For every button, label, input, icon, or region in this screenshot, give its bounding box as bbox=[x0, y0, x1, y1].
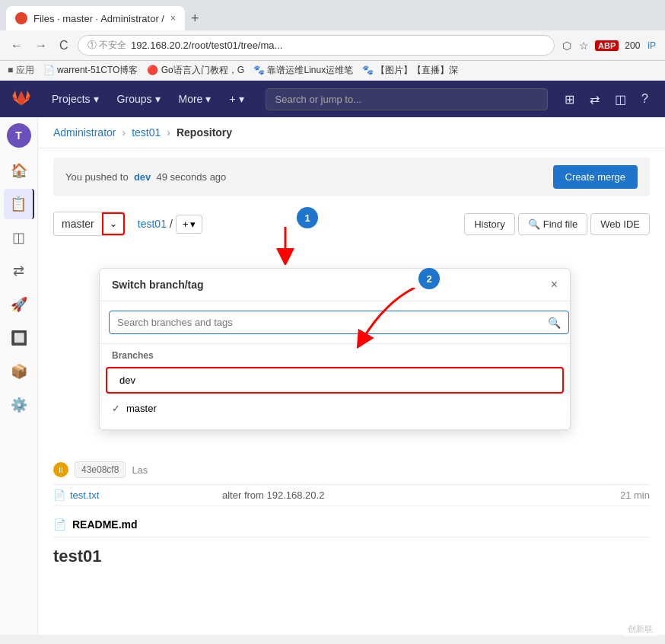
nav-issues-icon[interactable]: ◫ bbox=[610, 88, 631, 111]
search-input[interactable] bbox=[266, 88, 549, 110]
bookmark-photo[interactable]: 🐾 【图片】【直播】深 bbox=[362, 64, 458, 77]
bookmark-linux[interactable]: 🐾 靠谱运维Linux运维笔 bbox=[253, 64, 353, 77]
readme-title: test01 bbox=[53, 547, 650, 566]
user-avatar[interactable]: T bbox=[7, 123, 31, 148]
forward-button[interactable]: → bbox=[32, 36, 50, 56]
nav-help-icon[interactable]: ? bbox=[637, 88, 653, 110]
sidebar-item-repo[interactable]: 📋 bbox=[4, 189, 34, 219]
nav-icon-group: ⊞ ⇄ ◫ ? bbox=[560, 88, 653, 111]
add-file-button[interactable]: + ▾ bbox=[176, 215, 202, 234]
repo-path: test01 / + ▾ bbox=[132, 215, 202, 234]
toolbar-actions: History 🔍 Find file Web IDE bbox=[464, 213, 650, 235]
web-ide-button[interactable]: Web IDE bbox=[590, 213, 650, 235]
nav-groups[interactable]: Groups ▾ bbox=[108, 87, 170, 111]
ext-200[interactable]: 200 bbox=[623, 39, 641, 53]
branch-item-dev[interactable]: dev bbox=[107, 368, 562, 392]
annotation-badge-1: 1 bbox=[297, 207, 318, 228]
abp-ext[interactable]: ABP bbox=[595, 40, 619, 51]
search-icon: 🔍 bbox=[548, 317, 561, 329]
branch-dropdown-panel: Switch branch/tag × 🔍 Branches dev ✓ bbox=[99, 268, 571, 430]
readme-section: 📄 README.md test01 bbox=[38, 506, 665, 579]
sidebar-item-merge[interactable]: ⇄ bbox=[4, 256, 34, 286]
push-notification: You pushed to dev 49 seconds ago Create … bbox=[53, 158, 650, 196]
browser-toolbar: ← → C ① 不安全 192.168.20.2/root/test01/tre… bbox=[0, 30, 665, 61]
new-tab-button[interactable]: + bbox=[185, 8, 205, 30]
browser-tabs: Files · master · Administrator / × + bbox=[0, 0, 665, 30]
repo-path-link[interactable]: test01 bbox=[138, 218, 167, 230]
breadcrumb-repo[interactable]: test01 bbox=[132, 126, 161, 139]
nav-more[interactable]: More ▾ bbox=[170, 87, 221, 111]
nav-merge-icon[interactable]: ⇄ bbox=[585, 88, 604, 111]
readme-header: 📄 README.md bbox=[53, 518, 650, 537]
breadcrumb-current: Repository bbox=[177, 126, 232, 139]
branch-item-dev-highlighted[interactable]: dev bbox=[106, 367, 564, 394]
branch-item-master[interactable]: ✓ master bbox=[100, 397, 570, 420]
bookmarks-label: ■ 应用 bbox=[8, 64, 34, 77]
dev-branch-name: dev bbox=[119, 375, 135, 386]
url-text: 192.168.20.2/root/test01/tree/ma... bbox=[131, 40, 545, 51]
address-bar[interactable]: ① 不安全 192.168.20.2/root/test01/tree/ma..… bbox=[78, 35, 555, 56]
annotation-2: 2 bbox=[418, 268, 440, 289]
gitlab-navbar: Projects ▾ Groups ▾ More ▾ + ▾ ⊞ ⇄ ◫ ? bbox=[0, 81, 665, 117]
nav-grid-icon[interactable]: ⊞ bbox=[560, 88, 579, 111]
commit-hash-badge[interactable]: 43e08cf8 bbox=[75, 461, 126, 478]
push-text: You pushed to dev 49 seconds ago bbox=[65, 171, 226, 183]
sidebar-item-issues[interactable]: ◫ bbox=[4, 222, 34, 253]
browser-chrome: Files · master · Administrator / × + ← →… bbox=[0, 0, 665, 81]
bookmark-go[interactable]: 🔴 Go语言入门教程，G bbox=[147, 64, 244, 77]
nav-projects[interactable]: Projects ▾ bbox=[43, 87, 108, 111]
nav-plus[interactable]: + ▾ bbox=[220, 87, 253, 111]
branch-name-label: master bbox=[54, 213, 102, 234]
bookmark-warrent[interactable]: 📄 warrent-51CTO博客 bbox=[43, 64, 138, 77]
refresh-button[interactable]: C bbox=[56, 36, 72, 56]
branch-selector[interactable]: master ⌄ bbox=[53, 212, 126, 236]
dropdown-title: Switch branch/tag bbox=[112, 279, 204, 291]
master-branch-name: master bbox=[126, 403, 157, 414]
push-branch: dev bbox=[134, 171, 151, 183]
tab-title: Files · master · Administrator / bbox=[33, 13, 164, 24]
file-time-cell: 21 min bbox=[589, 489, 650, 501]
history-button[interactable]: History bbox=[464, 213, 514, 235]
sidebar-item-home[interactable]: 🏠 bbox=[4, 155, 34, 186]
check-icon: ✓ bbox=[112, 403, 120, 414]
tab-close-button[interactable]: × bbox=[170, 13, 176, 24]
active-tab[interactable]: Files · master · Administrator / × bbox=[6, 6, 185, 30]
sidebar-item-ci[interactable]: 🚀 bbox=[4, 289, 34, 320]
breadcrumb: Administrator › test01 › Repository bbox=[38, 117, 665, 148]
readme-doc-icon: 📄 bbox=[53, 518, 66, 531]
create-merge-button[interactable]: Create merge bbox=[553, 165, 638, 189]
breadcrumb-admin[interactable]: Administrator bbox=[53, 126, 116, 139]
translate-ext[interactable]: ⬡ bbox=[561, 38, 573, 53]
dropdown-close-button[interactable]: × bbox=[551, 278, 558, 292]
file-commit-cell: alter from 192.168.20.2 bbox=[222, 489, 589, 501]
sidebar-item-settings[interactable]: ⚙️ bbox=[4, 390, 34, 420]
file-icon: 📄 bbox=[53, 489, 65, 501]
star-btn[interactable]: ☆ bbox=[578, 38, 590, 53]
sidebar: T 🏠 📋 ◫ ⇄ 🚀 🔲 📦 ⚙️ bbox=[0, 117, 38, 635]
file-name-cell[interactable]: test.txt bbox=[70, 489, 222, 501]
sidebar-item-packages[interactable]: 📦 bbox=[4, 356, 34, 387]
global-search[interactable] bbox=[266, 88, 549, 110]
branch-dropdown-button[interactable]: ⌄ bbox=[102, 212, 125, 235]
breadcrumb-sep1: › bbox=[122, 126, 126, 139]
content-area: Administrator › test01 › Repository You … bbox=[38, 117, 665, 635]
pipeline-status-icon: ⏸ bbox=[53, 462, 68, 477]
sidebar-item-ops[interactable]: 🔲 bbox=[4, 323, 34, 353]
annotation-badge-2: 2 bbox=[418, 268, 440, 289]
last-updated-label: Las bbox=[132, 464, 148, 476]
main-layout: T 🏠 📋 ◫ ⇄ 🚀 🔲 📦 ⚙️ Administrator › test0… bbox=[0, 117, 665, 635]
commit-info-row: ⏸ 43e08cf8 Las bbox=[53, 455, 650, 485]
ip-ext[interactable]: iP bbox=[646, 39, 657, 53]
breadcrumb-sep2: › bbox=[167, 126, 170, 139]
dropdown-header: Switch branch/tag × bbox=[100, 269, 570, 301]
path-sep: / bbox=[170, 218, 173, 230]
security-icon: ① 不安全 bbox=[88, 39, 126, 52]
search-icon: 🔍 bbox=[528, 218, 540, 230]
gitlab-logo[interactable] bbox=[12, 89, 30, 110]
back-button[interactable]: ← bbox=[8, 36, 26, 56]
branch-search-input[interactable] bbox=[109, 311, 569, 334]
dropdown-search-area[interactable]: 🔍 bbox=[100, 301, 570, 344]
repo-toolbar: master ⌄ test01 / + ▾ History 🔍 Find fil… bbox=[38, 206, 665, 242]
find-file-button[interactable]: 🔍 Find file bbox=[518, 213, 588, 235]
bookmarks-bar: ■ 应用 📄 warrent-51CTO博客 🔴 Go语言入门教程，G 🐾 靠谱… bbox=[0, 61, 665, 81]
